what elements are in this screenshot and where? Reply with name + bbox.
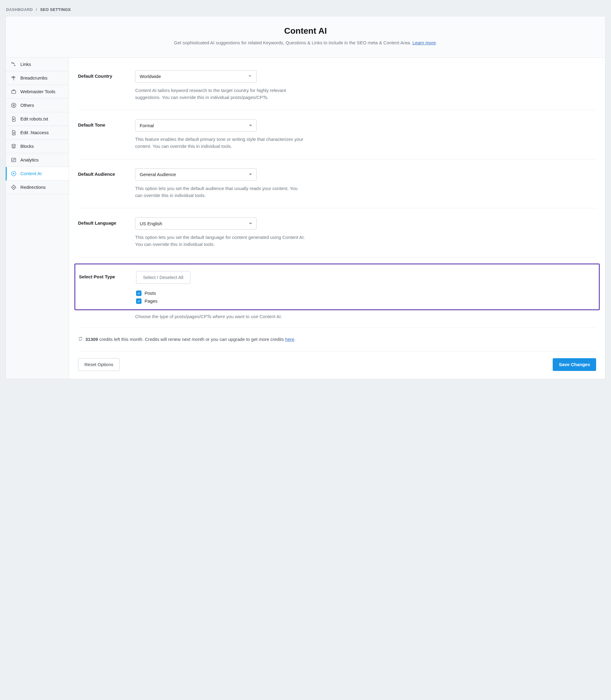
refresh-icon[interactable] (78, 336, 83, 342)
svg-point-3 (13, 119, 14, 120)
label-default-tone: Default Tone (78, 119, 128, 150)
caret-down-icon (249, 173, 252, 175)
links-icon (11, 61, 17, 67)
checkbox-label-pages: Pages (145, 299, 158, 304)
help-default-country: Content AI tailors keyword research to t… (135, 87, 305, 101)
toolbox-icon (11, 89, 17, 95)
page-title: Content AI (18, 26, 593, 36)
breadcrumb-current: SEO SETTINGS (40, 7, 71, 12)
select-value: US English (140, 221, 162, 226)
sidebar: Links Breadcrumbs Webmaster Tools Others… (6, 58, 69, 379)
sidebar-item-label: Edit .htaccess (20, 130, 49, 135)
help-post-type: Choose the type of posts/pages/CPTs wher… (135, 314, 596, 319)
signpost-icon (11, 75, 17, 81)
select-value: Formal (140, 123, 154, 128)
field-default-audience: Default Audience General Audience This o… (78, 159, 596, 209)
credits-count: 31309 (85, 337, 98, 342)
field-default-language: Default Language US English This option … (78, 208, 596, 257)
svg-point-0 (12, 62, 13, 63)
label-post-type: Select Post Type (79, 271, 129, 304)
sidebar-item-label: Links (20, 62, 31, 67)
panel-header: Content AI Get sophisticated AI suggesti… (6, 16, 605, 58)
checkbox-label-posts: Posts (145, 290, 156, 296)
breadcrumb-root[interactable]: DASHBOARD (6, 7, 33, 12)
select-default-audience[interactable]: General Audience (135, 168, 257, 181)
select-value: General Audience (140, 172, 176, 177)
subtitle-text: Get sophisticated AI suggestions for rel… (174, 40, 413, 45)
sidebar-item-webmaster[interactable]: Webmaster Tools (6, 85, 69, 98)
file-robot-icon (11, 116, 17, 122)
sidebar-item-links[interactable]: Links (6, 58, 69, 71)
checkbox-pages[interactable] (136, 299, 141, 304)
caret-down-icon (249, 223, 252, 224)
sidebar-item-content-ai[interactable]: Content AI (6, 167, 69, 181)
label-default-audience: Default Audience (78, 168, 128, 199)
settings-panel: Content AI Get sophisticated AI suggesti… (5, 16, 606, 379)
sidebar-item-analytics[interactable]: Analytics (6, 153, 69, 167)
caret-down-icon (249, 125, 252, 126)
help-default-tone: This feature enables the default primary… (135, 136, 305, 150)
page-subtitle: Get sophisticated AI suggestions for rel… (18, 40, 593, 46)
select-value: Worldwide (140, 74, 161, 79)
settings-main: Default Country Worldwide Content AI tai… (69, 58, 605, 379)
svg-rect-1 (12, 90, 15, 93)
sidebar-item-robots[interactable]: Edit robots.txt (6, 112, 69, 126)
select-default-tone[interactable]: Formal (135, 119, 257, 132)
sidebar-item-label: Blocks (20, 143, 34, 149)
credits-upgrade-link[interactable]: here (285, 337, 294, 342)
field-default-country: Default Country Worldwide Content AI tai… (78, 67, 596, 110)
field-default-tone: Default Tone Formal This feature enables… (78, 110, 596, 159)
sidebar-item-label: Content AI (20, 171, 42, 176)
select-default-language[interactable]: US English (135, 217, 257, 229)
learn-more-link[interactable]: Learn more (413, 40, 436, 45)
help-default-audience: This option lets you set the default aud… (135, 185, 305, 199)
sidebar-item-label: Edit robots.txt (20, 116, 48, 121)
file-text-icon (11, 130, 17, 136)
ai-icon (11, 171, 17, 177)
redirect-icon (11, 184, 17, 190)
list-icon (11, 102, 17, 108)
label-default-language: Default Language (78, 217, 128, 248)
chevron-down-icon (248, 74, 252, 79)
save-changes-button[interactable]: Save Changes (553, 358, 596, 371)
breadcrumb-sep: / (36, 7, 37, 12)
layers-icon (11, 143, 17, 149)
chart-icon (11, 157, 17, 163)
sidebar-item-htaccess[interactable]: Edit .htaccess (6, 126, 69, 140)
reset-options-button[interactable]: Reset Options (78, 358, 120, 371)
sidebar-item-label: Webmaster Tools (20, 89, 55, 94)
field-post-type: Select Post Type Select / Deselect All P… (79, 271, 595, 304)
checkbox-posts[interactable] (136, 290, 141, 296)
sidebar-item-redirections[interactable]: Redirections (6, 181, 69, 194)
select-deselect-all-button[interactable]: Select / Deselect All (136, 271, 190, 284)
sidebar-item-label: Redirections (20, 185, 46, 190)
sidebar-item-blocks[interactable]: Blocks (6, 140, 69, 153)
label-default-country: Default Country (78, 71, 128, 101)
sidebar-item-label: Others (20, 103, 34, 108)
breadcrumb: DASHBOARD / SEO SETTINGS (6, 7, 606, 12)
help-default-language: This option lets you set the default lan… (135, 234, 305, 248)
sidebar-item-breadcrumbs[interactable]: Breadcrumbs (6, 71, 69, 85)
select-default-country[interactable]: Worldwide (135, 71, 257, 82)
credits-row: 31309 credits left this month. Credits w… (78, 328, 596, 351)
post-type-highlight: Select Post Type Select / Deselect All P… (74, 263, 600, 310)
footer-actions: Reset Options Save Changes (78, 351, 596, 379)
credits-text: credits left this month. Credits will re… (98, 337, 285, 342)
sidebar-item-label: Breadcrumbs (20, 75, 47, 80)
sidebar-item-others[interactable]: Others (6, 98, 69, 112)
sidebar-item-label: Analytics (20, 157, 39, 163)
